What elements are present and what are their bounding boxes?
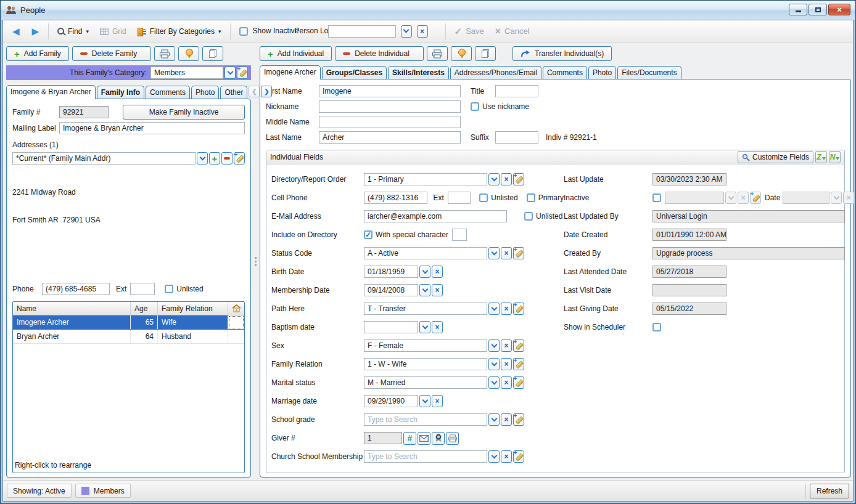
cell-primary-checkbox[interactable] bbox=[527, 193, 535, 202]
dropdown-button[interactable] bbox=[488, 339, 500, 352]
school-grade-combobox[interactable]: Type to Search bbox=[364, 413, 487, 426]
person-lookup-dropdown-button[interactable] bbox=[401, 25, 412, 38]
column-family-relation[interactable]: Family Relation bbox=[158, 302, 228, 315]
address-delete-button[interactable] bbox=[221, 152, 233, 165]
title-bar[interactable]: People × bbox=[1, 1, 855, 20]
forward-button[interactable]: ▶ bbox=[27, 26, 45, 37]
giver-award-button[interactable] bbox=[432, 432, 445, 445]
tab-individual-comments[interactable]: Comments bbox=[543, 66, 587, 79]
dropdown-button[interactable] bbox=[488, 173, 500, 185]
membership-date-input[interactable]: 09/14/2008 bbox=[364, 284, 418, 296]
show-inactive-checkbox[interactable] bbox=[239, 27, 248, 36]
delete-family-button[interactable]: Delete Family bbox=[72, 46, 151, 61]
sort-z-button[interactable]: Z bbox=[815, 151, 827, 163]
add-individual-button[interactable]: + Add Individual bbox=[260, 46, 332, 61]
email-unlisted-checkbox[interactable] bbox=[524, 212, 533, 221]
refresh-button[interactable]: Refresh bbox=[810, 484, 849, 498]
dropdown-button[interactable] bbox=[419, 321, 430, 333]
tab-family-info[interactable]: Family Info bbox=[97, 86, 144, 99]
status-code-combobox[interactable]: A - Active bbox=[364, 247, 487, 259]
tab-family-other[interactable]: Other bbox=[220, 86, 247, 99]
column-age[interactable]: Age bbox=[131, 302, 158, 315]
special-character-checkbox[interactable]: ✓ bbox=[364, 230, 372, 239]
cell-phone-input[interactable]: (479) 882-1316 bbox=[364, 192, 427, 204]
baptism-date-input[interactable] bbox=[364, 321, 418, 333]
grid-button[interactable]: Grid bbox=[95, 25, 131, 38]
family-category-dropdown-button[interactable] bbox=[224, 67, 236, 79]
marriage-date-input[interactable]: 09/29/1990 bbox=[364, 395, 418, 407]
clear-button[interactable]: × bbox=[501, 358, 512, 370]
copy-individual-button[interactable] bbox=[475, 46, 496, 61]
family-ext-input[interactable] bbox=[130, 283, 155, 295]
print-family-button[interactable] bbox=[154, 46, 175, 61]
suffix-input[interactable] bbox=[495, 131, 538, 144]
cancel-button[interactable]: × Cancel bbox=[490, 24, 535, 39]
title-input[interactable] bbox=[495, 85, 538, 97]
print-individual-button[interactable] bbox=[427, 46, 448, 61]
giver-print-button[interactable] bbox=[446, 432, 459, 445]
dropdown-button[interactable] bbox=[419, 284, 430, 296]
tab-family-name[interactable]: Imogene & Bryan Archer bbox=[6, 85, 96, 99]
find-button[interactable]: Find ▾ bbox=[52, 25, 94, 38]
dropdown-button[interactable] bbox=[419, 266, 430, 278]
sex-combobox[interactable]: F - Female bbox=[364, 339, 487, 352]
dropdown-button[interactable] bbox=[488, 303, 500, 315]
copy-family-button[interactable] bbox=[202, 46, 223, 61]
edit-button[interactable] bbox=[513, 413, 524, 426]
clear-button[interactable]: × bbox=[501, 339, 512, 352]
family-unlisted-checkbox[interactable] bbox=[165, 285, 173, 293]
edit-button[interactable] bbox=[513, 303, 524, 315]
show-in-scheduler-checkbox[interactable] bbox=[652, 323, 661, 331]
clear-button[interactable]: × bbox=[432, 321, 443, 333]
edit-button[interactable] bbox=[513, 339, 524, 352]
clear-button[interactable]: × bbox=[501, 413, 512, 426]
edit-button[interactable] bbox=[513, 450, 524, 463]
table-row[interactable]: Bryan Archer 64 Husband bbox=[13, 330, 244, 344]
address-add-button[interactable]: + bbox=[209, 152, 220, 165]
nickname-input[interactable] bbox=[319, 100, 461, 113]
dropdown-button[interactable] bbox=[488, 413, 500, 426]
middle-name-input[interactable] bbox=[319, 116, 461, 128]
email-input[interactable]: iarcher@example.com bbox=[364, 210, 507, 222]
family-category-combobox[interactable]: Members bbox=[150, 67, 223, 79]
column-home[interactable] bbox=[228, 302, 244, 315]
giver-hash-button[interactable]: # bbox=[403, 432, 416, 445]
person-lookup-input[interactable] bbox=[328, 25, 396, 38]
dropdown-button[interactable] bbox=[488, 450, 500, 463]
person-lookup-clear-button[interactable]: × bbox=[417, 25, 428, 38]
church-school-combobox[interactable]: Type to Search bbox=[364, 450, 487, 463]
minimize-button[interactable] bbox=[789, 4, 807, 15]
clear-button[interactable]: × bbox=[501, 376, 512, 389]
clear-button[interactable]: × bbox=[432, 395, 443, 407]
cell-ext-input[interactable] bbox=[448, 192, 471, 204]
cell-unlisted-checkbox[interactable] bbox=[479, 193, 488, 202]
special-character-input[interactable] bbox=[452, 229, 467, 241]
clear-button[interactable]: × bbox=[501, 247, 512, 259]
edit-button[interactable] bbox=[750, 192, 761, 204]
map-family-button[interactable] bbox=[178, 46, 199, 61]
column-name[interactable]: Name bbox=[13, 302, 131, 315]
family-phone-input[interactable]: (479) 685-4685 bbox=[42, 283, 110, 295]
make-family-inactive-button[interactable]: Make Family Inactive bbox=[123, 105, 245, 120]
clear-button[interactable]: × bbox=[501, 303, 512, 315]
family-category-edit-button[interactable] bbox=[237, 67, 248, 79]
dropdown-button[interactable] bbox=[488, 247, 500, 259]
transfer-individuals-button[interactable]: Transfer Individual(s) bbox=[512, 46, 612, 61]
birth-date-input[interactable]: 01/18/1959 bbox=[364, 266, 418, 278]
tab-addresses-phones-email[interactable]: Addresses/Phones/Email bbox=[450, 66, 541, 79]
tab-family-photo[interactable]: Photo bbox=[191, 86, 219, 99]
marital-status-combobox[interactable]: M - Married bbox=[364, 376, 487, 389]
panel-splitter[interactable] bbox=[251, 46, 260, 478]
tab-scroll-right-button[interactable]: ❯ bbox=[261, 86, 272, 97]
tab-groups-classes[interactable]: Groups/Classes bbox=[322, 66, 387, 79]
clear-button[interactable]: × bbox=[501, 173, 512, 185]
filter-by-categories-button[interactable]: Filter By Categories ▾ bbox=[133, 25, 226, 38]
last-name-input[interactable]: Archer bbox=[319, 131, 461, 144]
tab-individual-name[interactable]: Imogene Archer bbox=[260, 65, 321, 79]
inactive-checkbox[interactable] bbox=[652, 193, 661, 202]
save-button[interactable]: ✓ Save bbox=[450, 24, 489, 39]
tab-skills-interests[interactable]: Skills/Interests bbox=[388, 66, 449, 79]
maximize-button[interactable] bbox=[809, 4, 827, 15]
map-individual-button[interactable] bbox=[451, 46, 472, 61]
dropdown-button[interactable] bbox=[488, 358, 500, 370]
